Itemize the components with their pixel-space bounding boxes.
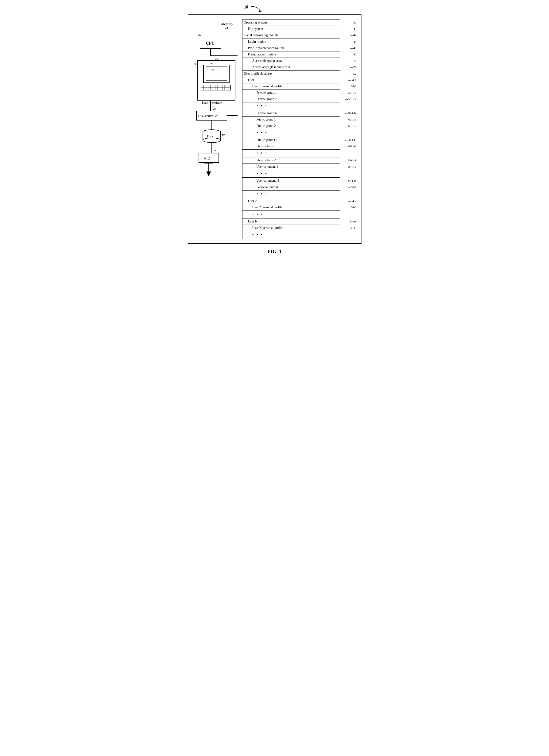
table-row: User N personal profile—56-N	[242, 225, 340, 231]
table-cell: Operating system—40	[242, 19, 340, 26]
row-ref: —50	[350, 53, 356, 57]
table-row: Photo album 1—82-1-1	[242, 143, 340, 149]
ref-10-arrow	[250, 5, 264, 13]
ellipsis-cell: • • •	[242, 170, 340, 177]
row-ref: —84-1-1	[345, 165, 356, 169]
table-cell: User comment 1—84-1-1	[242, 164, 340, 170]
hardware-svg: Memory 24 -22 CPU -34 -26	[193, 19, 238, 221]
table-cell: Private group N—58-1-N	[242, 110, 340, 116]
table-row: User comment H—84-1-H	[242, 178, 340, 184]
ref-28-label: -28	[212, 107, 216, 110]
ellipsis-cell: • • •	[242, 211, 340, 218]
table-cell: User 2 personal profile—56-2	[242, 204, 340, 211]
ref-36-label: 36	[194, 62, 198, 66]
table-cell: Access array (B in view of A)—72	[242, 64, 340, 70]
ellipsis-row: • • •	[242, 170, 340, 177]
ref-8-label: 8	[229, 89, 231, 93]
memory-24-label: 24	[225, 26, 229, 30]
table-cell: User 2—54-2	[242, 198, 340, 204]
ellipsis-cell: • • •	[242, 129, 340, 137]
table-cell: Private group 1—58-1-1	[242, 90, 340, 96]
table-row: Photo album Z—82-1-Z	[242, 157, 340, 164]
disk-bottom-ellipse	[203, 138, 221, 143]
table-row: User 2—54-2	[242, 198, 340, 204]
table-row: User comment 1—84-1-1	[242, 164, 340, 170]
main-box: Memory 24 -22 CPU -34 -26	[188, 14, 361, 244]
table-cell: Public group 1—60-1-1	[242, 117, 340, 123]
table-row: Personal journal—86-1	[242, 184, 340, 190]
table-cell: User profile database—52	[242, 70, 340, 77]
table-cell: Personal journal—86-1	[242, 184, 340, 190]
table-row: Access array (B in view of A)—72	[242, 64, 340, 70]
table-cell: Photo album Z—82-1-Z	[242, 157, 340, 164]
row-ref: —44	[350, 33, 356, 37]
row-ref: —54-N	[347, 219, 356, 223]
ellipsis-row: • • •	[242, 211, 340, 218]
table-row: Public group 1—60-1-1	[242, 117, 340, 123]
table-row: Login routine—46	[242, 39, 340, 45]
row-ref: —58-1-2	[345, 97, 356, 101]
figure-number: FIG. 1	[188, 249, 361, 255]
disk-ctrl-text: Disk controller	[198, 114, 218, 118]
table-row: Private group 1—58-1-1	[242, 90, 340, 96]
row-ref: —56-N	[347, 226, 356, 230]
table-cell: User comment H—84-1-H	[242, 178, 340, 184]
table-cell: User N—54-N	[242, 218, 340, 225]
row-ref: —46	[350, 40, 356, 44]
table-cell: Public group 2—60-1-2	[242, 123, 340, 129]
ellipsis-row: • • •	[242, 150, 340, 157]
table-row: Private group N—58-1-N	[242, 110, 340, 116]
disk-ref-label: -30	[221, 133, 225, 136]
row-ref: —56-2	[348, 206, 356, 210]
row-ref: —84-1-H	[344, 179, 356, 183]
table-row: User 1—54-1	[242, 77, 340, 83]
ellipsis-row: • • •	[242, 190, 340, 198]
table-row: Accessible group array—70	[242, 58, 340, 64]
table-row: Public group Q—60-1-Q	[242, 137, 340, 143]
table-cell: User N personal profile—56-N	[242, 225, 340, 231]
table-row: Private group 2—58-1-2	[242, 96, 340, 102]
ref-29-label: -29	[213, 149, 217, 153]
row-ref: —54-2	[348, 199, 356, 203]
table-cell: User 1—54-1	[242, 77, 340, 83]
down-arrowhead	[206, 171, 211, 176]
row-ref: —48	[350, 46, 356, 50]
memory-label: Memory	[221, 22, 233, 26]
disk-text: Disk	[207, 135, 213, 138]
table-row: User 1 personal profile—56-1	[242, 83, 340, 90]
table-cell: Photo album 1—82-1-1	[242, 143, 340, 149]
hardware-column: Memory 24 -22 CPU -34 -26	[193, 19, 238, 239]
row-ref: —82-1-Z	[345, 158, 356, 162]
table-row: User 2 personal profile—56-2	[242, 204, 340, 211]
right-table-container: Operating system—40File system—42Social …	[242, 19, 340, 239]
row-ref: —60-1-2	[345, 124, 356, 128]
row-ref: —60-1-1	[345, 118, 356, 122]
monitor-inner	[206, 67, 227, 80]
diagram-table: Operating system—40File system—42Social …	[242, 19, 340, 239]
table-cell: File system—42	[242, 26, 340, 32]
ui-text: User Interface	[202, 101, 222, 105]
table-cell: Private group 2—58-1-2	[242, 96, 340, 102]
cpu-ref-label: -22	[197, 33, 201, 36]
row-ref: —58-1-N	[344, 111, 356, 115]
ellipsis-cell: • • •	[242, 102, 340, 110]
table-row: Profile maintenance routine—48	[242, 45, 340, 51]
ellipsis-row: • • •	[242, 129, 340, 137]
table-cell: Accessible group array—70	[242, 58, 340, 64]
row-ref: —70	[350, 59, 356, 63]
table-cell: Friend access routine—50	[242, 51, 340, 58]
ellipsis-cell: • • •	[242, 150, 340, 157]
table-row: Operating system—40	[242, 19, 340, 26]
table-row: Friend access routine—50	[242, 51, 340, 58]
ellipsis-row: • • •	[242, 102, 340, 110]
ellipsis-row: • • •	[242, 231, 340, 239]
ref-38-label: 38	[211, 68, 214, 71]
row-ref: —58-1-1	[345, 91, 356, 95]
row-ref: —86-1	[348, 185, 356, 189]
row-ref: —60-1-Q	[344, 138, 356, 142]
row-ref: —56-1	[348, 85, 356, 89]
row-ref: —52	[350, 72, 356, 76]
nic-text: NIC	[204, 157, 210, 160]
row-ref: —72	[350, 65, 356, 69]
ref-10: 10	[244, 5, 248, 10]
